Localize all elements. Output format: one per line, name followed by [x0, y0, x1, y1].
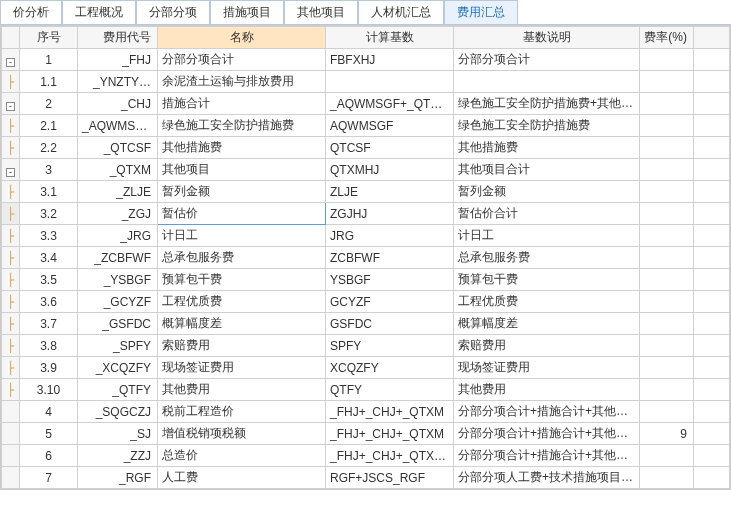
- cell-rate[interactable]: [640, 181, 694, 203]
- table-row[interactable]: ├3.9_XCQZFY现场签证费用XCQZFY现场签证费用: [2, 357, 730, 379]
- table-row[interactable]: 7_RGF人工费RGF+JSCS_RGF分部分项人工费+技术措施项目人工费: [2, 467, 730, 489]
- cell-idx[interactable]: 3.4: [20, 247, 78, 269]
- cell-code[interactable]: _FHJ: [78, 49, 158, 71]
- cell-rate[interactable]: [640, 445, 694, 467]
- cell-code[interactable]: _YSBGF: [78, 269, 158, 291]
- cell-code[interactable]: _QTXM: [78, 159, 158, 181]
- header-idx[interactable]: 序号: [20, 27, 78, 49]
- cell-code[interactable]: _AQWMSGF: [78, 115, 158, 137]
- cell-code[interactable]: _QTCSF: [78, 137, 158, 159]
- cell-name[interactable]: 绿色施工安全防护措施费: [158, 115, 326, 137]
- tree-toggle[interactable]: -: [2, 49, 20, 71]
- table-row[interactable]: -3_QTXM其他项目QTXMHJ其他项目合计: [2, 159, 730, 181]
- cell-idx[interactable]: 5: [20, 423, 78, 445]
- table-row[interactable]: ├3.8_SPFY索赔费用SPFY索赔费用: [2, 335, 730, 357]
- cell-idx[interactable]: 3: [20, 159, 78, 181]
- cell-name[interactable]: 现场签证费用: [158, 357, 326, 379]
- cell-idx[interactable]: 3.9: [20, 357, 78, 379]
- cell-idx[interactable]: 2.1: [20, 115, 78, 137]
- cell-base[interactable]: QTCSF: [326, 137, 454, 159]
- table-row[interactable]: 4_SQGCZJ税前工程造价_FHJ+_CHJ+_QTXM分部分项合计+措施合计…: [2, 401, 730, 423]
- cell-idx[interactable]: 3.5: [20, 269, 78, 291]
- cell-desc[interactable]: 暂估价合计: [454, 203, 640, 225]
- tab-6[interactable]: 费用汇总: [444, 0, 518, 24]
- tree-toggle[interactable]: -: [2, 159, 20, 181]
- cell-desc[interactable]: 预算包干费: [454, 269, 640, 291]
- tab-4[interactable]: 其他项目: [284, 0, 358, 24]
- cell-base[interactable]: FBFXHJ: [326, 49, 454, 71]
- cell-rate[interactable]: [640, 269, 694, 291]
- cell-desc[interactable]: 分部分项合计+措施合计+其他项目: [454, 401, 640, 423]
- cell-rate[interactable]: [640, 49, 694, 71]
- cell-desc[interactable]: 分部分项人工费+技术措施项目人工费: [454, 467, 640, 489]
- cell-base[interactable]: XCQZFY: [326, 357, 454, 379]
- cell-idx[interactable]: 3.7: [20, 313, 78, 335]
- cell-desc[interactable]: 概算幅度差: [454, 313, 640, 335]
- table-row[interactable]: ├3.2_ZGJ暂估价ZGJHJ暂估价合计: [2, 203, 730, 225]
- cell-rate[interactable]: [640, 313, 694, 335]
- cell-code[interactable]: _ZCBFWF: [78, 247, 158, 269]
- cell-base[interactable]: AQWMSGF: [326, 115, 454, 137]
- cell-base[interactable]: YSBGF: [326, 269, 454, 291]
- cell-name[interactable]: 工程优质费: [158, 291, 326, 313]
- cell-name[interactable]: 税前工程造价: [158, 401, 326, 423]
- cell-base[interactable]: RGF+JSCS_RGF: [326, 467, 454, 489]
- cell-base[interactable]: JRG: [326, 225, 454, 247]
- tab-2[interactable]: 分部分项: [136, 0, 210, 24]
- cell-desc[interactable]: 其他项目合计: [454, 159, 640, 181]
- cell-base[interactable]: _FHJ+_CHJ+_QTXM+_SJ: [326, 445, 454, 467]
- cell-idx[interactable]: 4: [20, 401, 78, 423]
- table-row[interactable]: ├3.3_JRG计日工JRG计日工: [2, 225, 730, 247]
- cell-rate[interactable]: [640, 159, 694, 181]
- cell-base[interactable]: _FHJ+_CHJ+_QTXM: [326, 401, 454, 423]
- cell-desc[interactable]: 分部分项合计+措施合计+其他项目+增值税销项税额: [454, 445, 640, 467]
- cell-code[interactable]: _ZZJ: [78, 445, 158, 467]
- table-row[interactable]: -1_FHJ分部分项合计FBFXHJ分部分项合计: [2, 49, 730, 71]
- cell-name[interactable]: 余泥渣土运输与排放费用: [158, 71, 326, 93]
- collapse-icon[interactable]: -: [6, 168, 15, 177]
- cell-desc[interactable]: 现场签证费用: [454, 357, 640, 379]
- cell-desc[interactable]: 绿色施工安全防护措施费+其他措施费: [454, 93, 640, 115]
- table-row[interactable]: -2_CHJ措施合计_AQWMSGF+_QTCSF绿色施工安全防护措施费+其他措…: [2, 93, 730, 115]
- cell-desc[interactable]: 暂列金额: [454, 181, 640, 203]
- fee-summary-grid[interactable]: 序号 费用代号 名称 计算基数 基数说明 费率(%) -1_FHJ分部分项合计F…: [0, 25, 731, 490]
- cell-rate[interactable]: [640, 93, 694, 115]
- cell-idx[interactable]: 3.2: [20, 203, 78, 225]
- cell-desc[interactable]: 其他措施费: [454, 137, 640, 159]
- cell-name[interactable]: 概算幅度差: [158, 313, 326, 335]
- header-code[interactable]: 费用代号: [78, 27, 158, 49]
- cell-rate[interactable]: [640, 225, 694, 247]
- cell-code[interactable]: _SPFY: [78, 335, 158, 357]
- cell-idx[interactable]: 7: [20, 467, 78, 489]
- cell-base[interactable]: QTFY: [326, 379, 454, 401]
- cell-desc[interactable]: 计日工: [454, 225, 640, 247]
- cell-rate[interactable]: [640, 335, 694, 357]
- cell-desc[interactable]: [454, 71, 640, 93]
- cell-rate[interactable]: [640, 115, 694, 137]
- cell-name[interactable]: 总承包服务费: [158, 247, 326, 269]
- cell-desc[interactable]: 分部分项合计: [454, 49, 640, 71]
- cell-idx[interactable]: 6: [20, 445, 78, 467]
- cell-code[interactable]: _CHJ: [78, 93, 158, 115]
- tab-5[interactable]: 人材机汇总: [358, 0, 444, 24]
- cell-desc[interactable]: 其他费用: [454, 379, 640, 401]
- cell-code[interactable]: _XCQZFY: [78, 357, 158, 379]
- cell-base[interactable]: ZCBFWF: [326, 247, 454, 269]
- header-base[interactable]: 计算基数: [326, 27, 454, 49]
- cell-code[interactable]: _ZLJE: [78, 181, 158, 203]
- table-row[interactable]: ├3.1_ZLJE暂列金额ZLJE暂列金额: [2, 181, 730, 203]
- cell-name[interactable]: 其他项目: [158, 159, 326, 181]
- tab-1[interactable]: 工程概况: [62, 0, 136, 24]
- table-row[interactable]: ├3.7_GSFDC概算幅度差GSFDC概算幅度差: [2, 313, 730, 335]
- cell-desc[interactable]: 绿色施工安全防护措施费: [454, 115, 640, 137]
- cell-rate[interactable]: [640, 291, 694, 313]
- cell-code[interactable]: _SJ: [78, 423, 158, 445]
- tab-0[interactable]: 价分析: [0, 0, 62, 24]
- cell-base[interactable]: _AQWMSGF+_QTCSF: [326, 93, 454, 115]
- table-row[interactable]: 6_ZZJ总造价_FHJ+_CHJ+_QTXM+_SJ分部分项合计+措施合计+其…: [2, 445, 730, 467]
- cell-idx[interactable]: 3.3: [20, 225, 78, 247]
- cell-code[interactable]: _YNZTY…: [78, 71, 158, 93]
- header-name[interactable]: 名称: [158, 27, 326, 49]
- cell-base[interactable]: ZLJE: [326, 181, 454, 203]
- cell-name[interactable]: 措施合计: [158, 93, 326, 115]
